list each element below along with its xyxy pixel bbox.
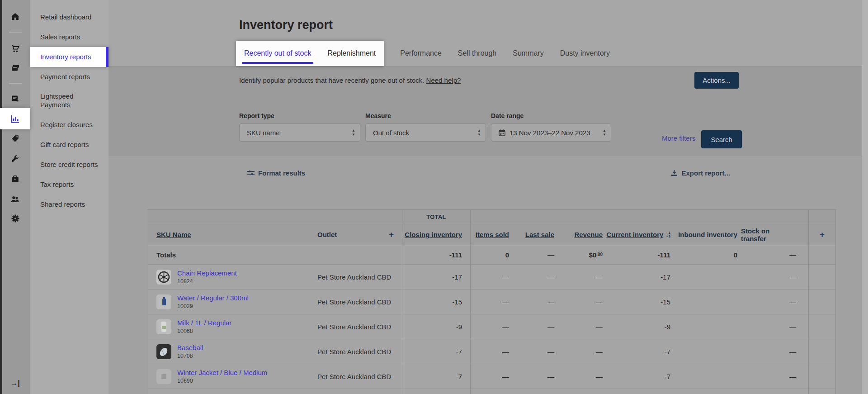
product-link[interactable]: Baseball	[177, 344, 203, 351]
register-icon[interactable]	[0, 57, 30, 78]
current-cell: -7	[665, 348, 670, 356]
table-row: Milk / 1L / Regular10068 Pet Store Auckl…	[148, 314, 835, 339]
current-cell: -17	[660, 273, 670, 281]
col-inbound-inventory: Inbound inventory	[678, 231, 737, 238]
outlet-cell: Pet Store Auckland CBD	[317, 348, 391, 356]
col-sku-name[interactable]: SKU Name	[156, 231, 191, 238]
wrench-icon[interactable]	[0, 148, 30, 169]
revenue-cell: —	[596, 373, 603, 380]
tab-dusty-inventory[interactable]: Dusty inventory	[559, 41, 611, 66]
add-column-icon[interactable]: +	[389, 230, 394, 239]
col-revenue[interactable]: Revenue	[574, 231, 603, 238]
stock-cell: —	[789, 323, 796, 331]
sidebar-item-store-credit-reports[interactable]: Store credit reports	[30, 155, 108, 175]
sidebar-item-inventory-reports[interactable]: Inventory reports	[30, 47, 108, 67]
sidebar-item-gift-card-reports[interactable]: Gift card reports	[30, 135, 108, 155]
actions-button[interactable]: Actions...	[694, 72, 739, 89]
cart-icon[interactable]	[0, 38, 30, 59]
current-cell: -7	[665, 373, 670, 380]
home-icon[interactable]	[0, 6, 30, 27]
totals-current: -111	[658, 251, 670, 259]
table-toolbar: Format results Export report...	[108, 166, 868, 180]
table-header-row: SKU Name Outlet + Closing inventory Item…	[148, 224, 835, 245]
main-content: Inventory report Recently out of stock R…	[108, 0, 868, 394]
tab-sell-through[interactable]: Sell through	[457, 41, 497, 66]
more-filters-link[interactable]: More filters	[662, 134, 695, 142]
totals-label: Totals	[156, 251, 176, 259]
report-type-select[interactable]: SKU name ▲▼	[239, 123, 360, 142]
sidebar-item-retail-dashboard[interactable]: Retail dashboard	[30, 7, 108, 27]
customers-icon[interactable]	[0, 189, 30, 209]
measure-select[interactable]: Out of stock ▲▼	[365, 123, 486, 142]
product-link[interactable]: Water / Regular / 300ml	[177, 294, 249, 302]
add-column-icon[interactable]: +	[820, 230, 825, 239]
stock-cell: —	[789, 298, 796, 306]
tag-icon[interactable]	[0, 128, 30, 149]
tab-recently-out-of-stock[interactable]: Recently out of stock	[243, 41, 312, 66]
product-link[interactable]: Milk / 1L / Regular	[177, 319, 231, 327]
sort-numeric-desc-icon[interactable]: ↓19	[665, 231, 670, 238]
need-help-link[interactable]: Need help?	[426, 76, 461, 84]
items-sold-cell: —	[502, 373, 509, 380]
stepper-icon: ▲▼	[477, 128, 481, 137]
product-link[interactable]: Winter Jacket / Blue / Medium	[177, 369, 267, 376]
report-type-label: Report type	[239, 112, 360, 119]
totals-closing: -111	[449, 251, 462, 259]
revenue-cell: —	[596, 323, 603, 331]
date-range-select[interactable]: 13 Nov 2023–22 Nov 2023 ▲▼	[491, 123, 611, 142]
tab-summary[interactable]: Summary	[512, 41, 544, 66]
totals-last-sale: —	[547, 251, 554, 259]
vertical-scrollbar[interactable]	[862, 0, 868, 394]
tab-performance[interactable]: Performance	[399, 41, 443, 66]
page-title: Inventory report	[239, 18, 333, 32]
sidebar-item-tax-reports[interactable]: Tax reports	[30, 175, 108, 195]
tab-replenishment[interactable]: Replenishment	[327, 41, 377, 66]
tour-spotlight-tabs: Recently out of stock Replenishment	[236, 41, 384, 66]
measure-value: Out of stock	[373, 129, 409, 137]
inventory-table: TOTAL SKU Name Outlet + Closing inventor…	[148, 209, 836, 394]
export-report-label: Export report...	[681, 169, 730, 177]
col-outlet: Outlet	[317, 231, 337, 238]
report-content: Format results Export report... TOTAL	[108, 156, 868, 394]
product-sku: 10708	[177, 353, 203, 359]
items-sold-cell: —	[502, 323, 509, 331]
table-row: Chain Replacement10824 Pet Store Aucklan…	[148, 265, 835, 290]
closing-cell: -7	[456, 348, 462, 356]
format-results-button[interactable]: Format results	[247, 169, 305, 177]
product-sku: 10029	[177, 303, 249, 309]
description-text: Identify popular products that have rece…	[239, 76, 424, 84]
search-button[interactable]: Search	[701, 130, 742, 148]
outlet-cell: Pet Store Auckland CBD	[317, 273, 391, 281]
product-image	[156, 294, 171, 309]
revenue-cell: —	[596, 298, 603, 306]
product-link[interactable]: Chain Replacement	[177, 269, 237, 277]
inventory-box-icon[interactable]	[0, 169, 30, 190]
measure-group: Measure Out of stock ▲▼	[365, 112, 486, 156]
col-items-sold[interactable]: Items sold	[476, 231, 509, 238]
report-type-value: SKU name	[247, 129, 280, 137]
sidebar-item-shared-reports[interactable]: Shared reports	[30, 195, 108, 214]
sidebar-item-lightspeed-payments[interactable]: Lightspeed Payments	[30, 87, 108, 115]
export-report-button[interactable]: Export report...	[671, 169, 730, 177]
col-closing-inventory[interactable]: Closing inventory	[405, 231, 462, 238]
stepper-icon: ▲▼	[603, 128, 606, 137]
col-current-inventory[interactable]: Current inventory	[606, 231, 663, 238]
revenue-cell: —	[596, 273, 603, 281]
reporting-icon-active[interactable]	[0, 108, 30, 129]
product-image	[156, 319, 171, 334]
sidebar-item-register-closures[interactable]: Register closures	[30, 115, 108, 135]
date-range-value: 13 Nov 2023–22 Nov 2023	[509, 129, 590, 137]
product-image	[156, 344, 171, 359]
product-image	[156, 369, 171, 384]
col-last-sale[interactable]: Last sale	[525, 231, 554, 238]
sidebar-item-sales-reports[interactable]: Sales reports	[30, 27, 108, 47]
sidebar-item-payment-reports[interactable]: Payment reports	[30, 67, 108, 87]
revenue-cell: —	[596, 348, 603, 356]
totals-revenue: $0.00	[589, 251, 603, 259]
current-cell: -15	[660, 298, 670, 306]
collapse-sidebar-icon[interactable]: →|	[0, 373, 30, 394]
totals-inbound: 0	[734, 251, 737, 259]
settings-gear-icon[interactable]	[0, 208, 30, 229]
app-window: →| Retail dashboard Sales reports Invent…	[0, 0, 868, 394]
register-closure-icon[interactable]	[0, 88, 30, 109]
